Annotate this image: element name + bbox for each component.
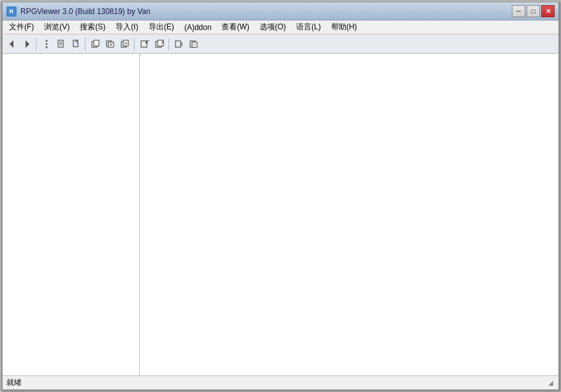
arrow-left-icon — [7, 39, 17, 49]
menu-options[interactable]: 选项(O) — [255, 21, 291, 34]
export2-icon — [154, 39, 165, 49]
open2-doc-icon — [71, 39, 81, 49]
copy2-button[interactable] — [103, 37, 117, 51]
toolbar-separator-1 — [36, 38, 38, 50]
svg-point-3 — [46, 43, 48, 45]
menu-search[interactable]: 搜索(S) — [75, 21, 110, 34]
open-doc-icon — [56, 39, 66, 49]
menu-import[interactable]: 导入(I) — [110, 21, 143, 34]
back-button[interactable] — [5, 37, 19, 51]
status-bar: 就绪 ◢ — [3, 375, 558, 389]
open2-button[interactable] — [69, 37, 83, 51]
arrow-right-icon — [22, 39, 32, 49]
window-title: RPGViewer 3.0 (Build 130819) by Van — [20, 7, 151, 16]
toolbar-separator-2 — [85, 38, 87, 50]
svg-marker-0 — [10, 40, 13, 48]
copy3-button[interactable] — [118, 37, 132, 51]
menu-window[interactable]: 查看(W) — [216, 21, 254, 34]
extra2-button[interactable] — [187, 37, 201, 51]
svg-point-2 — [46, 40, 48, 41]
main-window: R RPGViewer 3.0 (Build 130819) by Van ─ … — [1, 1, 560, 391]
extra1-button[interactable] — [172, 37, 186, 51]
copy1-button[interactable] — [89, 37, 103, 51]
main-content — [3, 54, 558, 375]
close-button[interactable]: ✕ — [541, 5, 555, 17]
toolbar-separator-3 — [134, 38, 136, 50]
svg-point-4 — [46, 46, 48, 48]
export1-button[interactable] — [138, 37, 152, 51]
menu-bar: 文件(F) 浏览(V) 搜索(S) 导入(I) 导出(E) (A)ddon 查看… — [3, 20, 558, 34]
export2-button[interactable] — [153, 37, 167, 51]
dots-icon — [41, 39, 52, 49]
copy1-icon — [91, 39, 101, 49]
svg-marker-1 — [26, 40, 29, 48]
forward-button[interactable] — [20, 37, 34, 51]
svg-rect-23 — [158, 40, 163, 46]
copy2-icon — [105, 39, 116, 49]
maximize-button[interactable]: □ — [527, 5, 540, 17]
dots-button[interactable] — [40, 37, 54, 51]
title-bar-left: R RPGViewer 3.0 (Build 130819) by Van — [6, 6, 151, 17]
app-icon: R — [6, 6, 17, 17]
menu-addon[interactable]: (A)ddon — [179, 21, 217, 34]
export1-icon — [140, 39, 150, 49]
extra2-icon — [189, 39, 199, 49]
right-panel — [140, 54, 558, 375]
menu-help[interactable]: 帮助(H) — [326, 21, 363, 34]
window-controls: ─ □ ✕ — [512, 5, 555, 17]
minimize-button[interactable]: ─ — [512, 5, 525, 17]
svg-rect-11 — [94, 40, 99, 46]
extra1-icon — [174, 39, 184, 49]
menu-language[interactable]: 语言(L) — [291, 21, 326, 34]
open-button[interactable] — [54, 37, 68, 51]
menu-view[interactable]: 浏览(V) — [39, 21, 75, 34]
resize-grip: ◢ — [547, 379, 555, 387]
svg-rect-25 — [176, 41, 181, 47]
title-bar: R RPGViewer 3.0 (Build 130819) by Van ─ … — [3, 3, 558, 20]
menu-file[interactable]: 文件(F) — [4, 21, 39, 34]
status-text: 就绪 — [6, 377, 22, 388]
left-panel — [3, 54, 140, 375]
toolbar-separator-4 — [168, 38, 170, 50]
menu-export[interactable]: 导出(E) — [144, 21, 179, 34]
copy3-icon — [120, 39, 130, 49]
toolbar — [3, 34, 558, 54]
